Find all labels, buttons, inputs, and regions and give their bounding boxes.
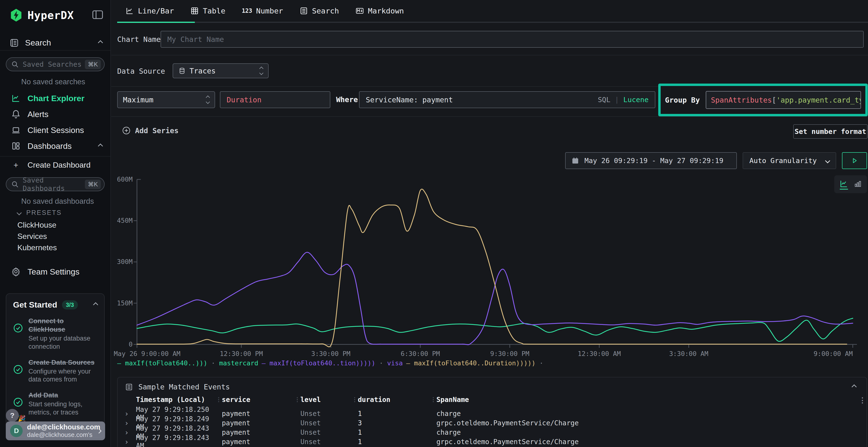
user-menu[interactable]: D dale@clickhouse.com dale@clickhouse.co…	[6, 421, 105, 440]
saved-searches-input[interactable]: Saved Searches ⌘K	[6, 57, 105, 71]
create-dashboard-button[interactable]: + Create Dashboard	[10, 161, 102, 170]
sidebar-collapse-icon[interactable]	[92, 10, 103, 20]
divider	[112, 116, 868, 117]
checklist-item-title: Create Data Sources	[28, 358, 94, 366]
checklist-item[interactable]: Create Data Sources Configure where your…	[13, 358, 97, 384]
column-resizer[interactable]: ⋮	[351, 396, 358, 403]
where-input[interactable]: ServiceName: payment SQL | Lucene	[359, 91, 655, 108]
sidebar-section-search[interactable]: Search	[10, 38, 102, 47]
sidebar-item-client-sessions[interactable]: Client Sessions	[10, 125, 102, 135]
checklist-item[interactable]: Add Data Start sending logs, metrics, or…	[13, 391, 97, 417]
sidebar-item-label: Dashboards	[28, 141, 72, 151]
collapse-panel-icon[interactable]	[851, 384, 857, 389]
plus-icon: +	[10, 161, 21, 170]
legend-item[interactable]: — maxIf(toFloat640..tion))))) · visa	[261, 359, 403, 367]
svg-text:600M: 600M	[117, 176, 133, 183]
chevron-up-icon[interactable]	[93, 302, 98, 307]
chart-type-tabbar: Line/Bar Table 123 Number Search Markdow…	[112, 0, 868, 23]
preset-clickhouse[interactable]: ClickHouse	[18, 220, 56, 230]
list-icon	[125, 383, 133, 391]
tab-table[interactable]: Table	[182, 0, 234, 22]
expand-row-icon[interactable]: ›	[124, 428, 136, 437]
tab-number[interactable]: 123 Number	[234, 0, 291, 22]
saved-dashboards-input[interactable]: Saved Dashboards ⌘K	[6, 177, 105, 191]
aggregation-select[interactable]: Maximum	[117, 91, 215, 108]
chart-name-field[interactable]	[161, 31, 864, 48]
checklist-item[interactable]: Connect to ClickHouse Set up your databa…	[13, 317, 97, 351]
table-icon	[190, 6, 199, 15]
divider	[112, 55, 868, 56]
dashboard-icon	[10, 141, 21, 151]
check-circle-icon	[13, 317, 28, 351]
sidebar-item-label: Client Sessions	[28, 126, 84, 135]
table-row[interactable]: › May 27 9:29:18.250 AM payment Unset 1 …	[118, 406, 867, 415]
sidebar-item-alerts[interactable]: Alerts	[10, 109, 102, 119]
check-circle-icon	[13, 358, 28, 384]
play-icon	[851, 157, 858, 164]
chart-name-input[interactable]	[167, 31, 857, 47]
tab-search[interactable]: Search	[291, 0, 347, 22]
presets-label: PRESETS	[26, 209, 62, 216]
sidebar-item-label: Chart Explorer	[28, 94, 84, 103]
column-resizer[interactable]: ⋮	[216, 396, 222, 403]
checklist-item-subtitle: Start sending logs, metrics, or traces	[28, 400, 97, 417]
expand-row-icon[interactable]: ›	[124, 409, 136, 418]
search-icon	[11, 61, 19, 68]
svg-text:0: 0	[129, 341, 133, 348]
team-settings-label: Team Settings	[28, 267, 79, 276]
svg-text:May 26 9:00:00 AM: May 26 9:00:00 AM	[114, 350, 180, 357]
divider	[0, 50, 111, 50]
lucene-mode-button[interactable]: Lucene	[623, 96, 649, 104]
search-section-label: Search	[25, 38, 51, 47]
table-menu-icon[interactable]: ⋮	[859, 396, 866, 404]
sql-mode-button[interactable]: SQL	[598, 96, 610, 104]
preset-services[interactable]: Services	[18, 232, 47, 241]
saved-searches-placeholder: Saved Searches	[23, 60, 85, 68]
granularity-select[interactable]: Auto Granularity	[743, 152, 836, 169]
user-email: dale@clickhouse.com	[27, 423, 97, 431]
select-chevrons-icon	[260, 67, 263, 74]
group-by-highlight-annotation: Group By SpanAttributes['app.payment.car…	[658, 83, 868, 116]
add-series-button[interactable]: Add Series	[122, 126, 179, 135]
group-by-input[interactable]: SpanAttributes['app.payment.card_type']	[706, 91, 861, 109]
legend-item[interactable]: — maxIf(toFloat640..))) · mastercard	[117, 359, 258, 367]
tab-underline-track	[117, 22, 868, 23]
sidebar-item-label: Alerts	[28, 110, 49, 119]
chevron-up-icon	[98, 143, 103, 148]
expand-row-icon[interactable]: ›	[124, 419, 136, 427]
tab-markdown[interactable]: Markdown	[347, 0, 412, 22]
help-button[interactable]: ?	[6, 409, 19, 422]
column-timestamp[interactable]: Timestamp (Local)	[136, 396, 216, 404]
timeseries-chart[interactable]: 600M450M300M150M0May 26 9:00:00 AM12:30:…	[112, 169, 868, 361]
column-service[interactable]: service	[222, 396, 294, 404]
expand-row-icon[interactable]: ›	[124, 438, 136, 446]
column-spanname[interactable]: SpanName	[436, 396, 860, 404]
chevron-down-icon	[825, 158, 830, 163]
preset-kubernetes[interactable]: Kubernetes	[18, 243, 57, 252]
presets-toggle[interactable]: PRESETS	[18, 209, 62, 216]
tab-line-bar[interactable]: Line/Bar	[117, 0, 182, 22]
shortcut-badge: ⌘K	[85, 60, 101, 69]
checklist-item-subtitle: Configure where your data comes from	[28, 368, 97, 384]
svg-text:150M: 150M	[117, 299, 133, 307]
sidebar-item-dashboards[interactable]: Dashboards	[10, 141, 102, 151]
group-by-label: Group By	[665, 96, 700, 104]
run-query-button[interactable]	[842, 152, 867, 169]
data-source-select[interactable]: Traces	[173, 63, 269, 78]
set-number-format-button[interactable]: Set number format	[793, 124, 868, 139]
checklist-item-title: Add Data	[28, 391, 58, 399]
user-org: dale@clickhouse.com's	[27, 431, 97, 439]
column-resizer[interactable]: ⋮	[294, 396, 301, 403]
column-level[interactable]: level	[301, 396, 351, 404]
field-select[interactable]: Duration	[220, 91, 330, 108]
sidebar-item-chart-explorer[interactable]: Chart Explorer	[10, 94, 102, 103]
number-123-icon: 123	[242, 7, 252, 14]
date-range-picker[interactable]: May 26 09:29:19 - May 27 09:29:19	[565, 152, 737, 169]
column-duration[interactable]: duration	[358, 396, 430, 404]
sidebar-item-team-settings[interactable]: Team Settings	[10, 267, 102, 276]
no-saved-searches-text: No saved searches	[21, 77, 85, 86]
legend-item[interactable]: — maxIf(toFloat640..Duration))))) ·	[406, 359, 544, 367]
data-source-value: Traces	[189, 67, 216, 75]
sidebar: HyperDX Search Saved Searches ⌘K No save…	[0, 0, 111, 447]
column-resizer[interactable]: ⋮	[430, 396, 436, 403]
